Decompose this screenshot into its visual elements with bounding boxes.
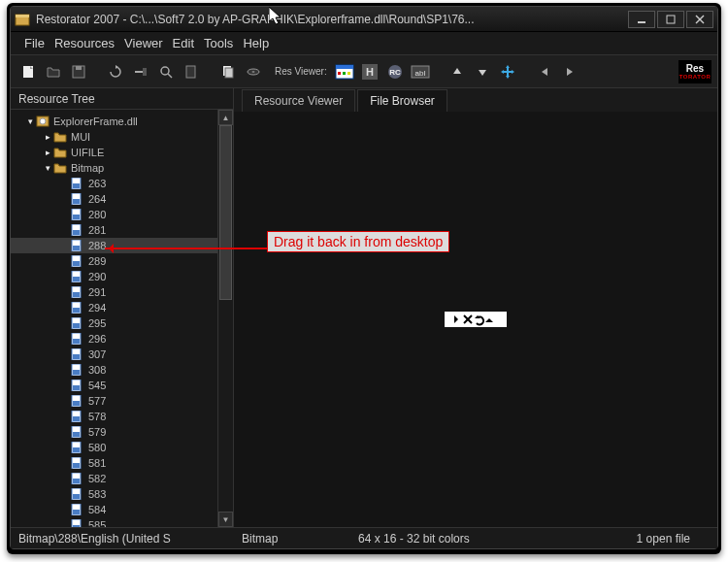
tree-folder-bitmap[interactable]: ▾Bitmap (11, 160, 217, 176)
tree-bitmap-288[interactable]: 288 (11, 238, 217, 253)
svg-rect-74 (73, 385, 80, 390)
svg-rect-84 (73, 463, 80, 468)
tree-bitmap-581[interactable]: 581 (11, 455, 217, 471)
tree-folder-uifile[interactable]: ▸UIFILE (11, 145, 217, 160)
tab-file-browser[interactable]: File Browser (357, 89, 447, 112)
tree-bitmap-307[interactable]: 307 (11, 347, 217, 362)
svg-line-15 (168, 74, 172, 78)
tree-bitmap-295[interactable]: 295 (11, 315, 217, 331)
scroll-thumb[interactable] (219, 125, 232, 300)
menu-edit[interactable]: Edit (173, 36, 194, 50)
toolbar: Res Viewer: H RC abI ResTORATOR (11, 55, 717, 88)
titlebar[interactable]: Restorator 2007 - C:\...\Soft7 2.0 by AP… (11, 7, 717, 32)
tree-bitmap-580[interactable]: 580 (11, 440, 217, 455)
minimize-button[interactable] (628, 11, 655, 28)
maximize-button[interactable] (657, 11, 684, 28)
move-icon[interactable] (496, 60, 519, 83)
view-window-icon[interactable] (333, 60, 356, 83)
view-abi-icon[interactable]: abI (409, 60, 432, 83)
view-h-icon[interactable]: H (358, 60, 381, 83)
svg-marker-46 (54, 164, 66, 173)
svg-rect-80 (73, 432, 80, 437)
tree-bitmap-281[interactable]: 281 (11, 222, 217, 238)
menu-help[interactable]: Help (243, 36, 269, 50)
copy-icon[interactable] (216, 60, 240, 83)
arrow-down-icon[interactable] (471, 60, 494, 83)
close-button[interactable] (686, 11, 713, 28)
tree-bitmap-289[interactable]: 289 (11, 253, 217, 269)
tree-bitmap-291[interactable]: 291 (11, 284, 217, 300)
svg-rect-58 (73, 261, 80, 266)
scroll-track[interactable] (218, 125, 233, 512)
menu-file[interactable]: File (24, 36, 45, 50)
svg-rect-13 (143, 68, 147, 76)
document-icon[interactable] (180, 60, 203, 83)
app-window: Restorator 2007 - C:\...\Soft7 2.0 by AP… (10, 6, 718, 549)
svg-rect-64 (73, 308, 80, 313)
arrow-up-icon[interactable] (446, 60, 469, 83)
svg-rect-54 (73, 230, 80, 235)
resource-tree[interactable]: ▾ExplorerFrame.dll▸MUI▸UIFILE▾Bitmap2632… (11, 110, 217, 527)
tree-bitmap-308[interactable]: 308 (11, 362, 217, 378)
menu-tools[interactable]: Tools (204, 36, 233, 50)
open-folder-icon[interactable] (42, 60, 65, 83)
menubar: File Resources Viewer Edit Tools Help (11, 32, 717, 55)
tree-bitmap-577[interactable]: 577 (11, 393, 217, 409)
svg-text:H: H (366, 66, 374, 78)
svg-rect-16 (186, 66, 195, 78)
restorator-logo: ResTORATOR (678, 60, 711, 83)
tree-bitmap-578[interactable]: 578 (11, 409, 217, 424)
svg-rect-50 (73, 199, 80, 204)
tree-bitmap-294[interactable]: 294 (11, 300, 217, 315)
save-icon[interactable] (67, 60, 90, 83)
tree-bitmap-280[interactable]: 280 (11, 207, 217, 222)
svg-marker-44 (54, 133, 66, 142)
tree-bitmap-582[interactable]: 582 (11, 471, 217, 486)
svg-rect-18 (225, 68, 233, 78)
menu-resources[interactable]: Resources (54, 36, 115, 50)
svg-rect-1 (16, 15, 29, 17)
svg-marker-41 (567, 68, 573, 76)
tree-scrollbar[interactable]: ▲ ▼ (217, 110, 233, 527)
scroll-up-button[interactable]: ▲ (218, 110, 233, 125)
tree-bitmap-583[interactable]: 583 (11, 486, 217, 502)
bitmap-preview (445, 312, 507, 327)
svg-rect-88 (73, 494, 80, 499)
svg-rect-10 (76, 66, 82, 70)
tree-bitmap-584[interactable]: 584 (11, 502, 217, 517)
view-rc-icon[interactable]: RC (383, 60, 407, 83)
next-icon[interactable] (558, 60, 581, 83)
search-icon[interactable] (154, 60, 178, 83)
tree-bitmap-290[interactable]: 290 (11, 269, 217, 284)
svg-point-20 (252, 71, 255, 73)
tabs: Resource Viewer File Browser (234, 88, 717, 112)
menu-viewer[interactable]: Viewer (124, 36, 163, 50)
disc-icon[interactable] (242, 60, 265, 83)
svg-text:RC: RC (389, 68, 401, 77)
tree-bitmap-585[interactable]: 585 (11, 517, 217, 527)
tab-resource-viewer[interactable]: Resource Viewer (242, 89, 355, 112)
res-viewer-label: Res Viewer: (275, 66, 327, 77)
tree-bitmap-264[interactable]: 264 (11, 191, 217, 207)
tree-bitmap-579[interactable]: 579 (11, 424, 217, 440)
svg-rect-90 (73, 510, 80, 514)
svg-marker-35 (506, 76, 510, 79)
tool-icon[interactable] (129, 60, 152, 83)
svg-marker-8 (48, 68, 59, 77)
tree-folder-mui[interactable]: ▸MUI (11, 129, 217, 145)
svg-rect-68 (73, 339, 80, 344)
scroll-down-button[interactable]: ▼ (218, 512, 233, 527)
svg-rect-48 (73, 183, 80, 188)
resource-viewer-panel[interactable] (234, 112, 717, 527)
refresh-icon[interactable] (104, 60, 127, 83)
tree-bitmap-263[interactable]: 263 (11, 176, 217, 191)
previous-icon[interactable] (533, 60, 556, 83)
tree-root[interactable]: ▾ExplorerFrame.dll (11, 114, 217, 129)
status-path: Bitmap\288\English (United S (18, 532, 222, 545)
svg-marker-93 (454, 315, 458, 323)
new-file-icon[interactable] (17, 60, 40, 83)
svg-rect-23 (338, 72, 341, 75)
tree-bitmap-296[interactable]: 296 (11, 331, 217, 347)
tree-bitmap-545[interactable]: 545 (11, 378, 217, 393)
svg-rect-22 (336, 65, 353, 69)
